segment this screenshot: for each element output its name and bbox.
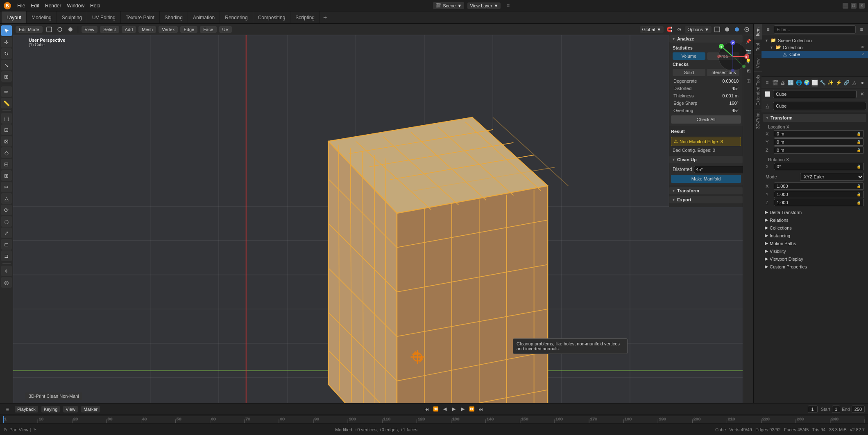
location-z-value[interactable]: 0 m 🔒 bbox=[774, 147, 864, 154]
navigation-gizmo[interactable]: X Y Z bbox=[716, 40, 749, 73]
side-tab-item[interactable]: Item bbox=[754, 24, 762, 39]
tab-scripting[interactable]: Scripting bbox=[290, 11, 320, 23]
step-forward-btn[interactable]: ▶ bbox=[459, 406, 467, 413]
vp-icon-3[interactable] bbox=[66, 25, 75, 34]
shrink-tool[interactable]: ⊏ bbox=[1, 239, 12, 250]
warp-tool[interactable]: ◎ bbox=[1, 277, 12, 288]
view-layer-selector[interactable]: View Layer ▼ bbox=[467, 2, 501, 9]
marker-btn[interactable]: Marker bbox=[81, 406, 100, 412]
maximize-button[interactable]: □ bbox=[851, 3, 857, 9]
cube-visibility-icon[interactable]: ✓ bbox=[861, 52, 865, 56]
start-frame[interactable]: 1 bbox=[832, 406, 840, 413]
prev-keyframe-btn[interactable]: ⏪ bbox=[432, 406, 440, 413]
close-button[interactable]: ✕ bbox=[859, 3, 865, 9]
filter-button[interactable]: ≡ bbox=[504, 2, 512, 10]
delta-transform-header[interactable]: ▶ Delta Transform bbox=[763, 209, 866, 216]
add-workspace-button[interactable]: + bbox=[320, 11, 330, 23]
display-solid[interactable] bbox=[723, 25, 731, 34]
cube-item[interactable]: △ Cube ✓ bbox=[761, 51, 868, 58]
menu-render[interactable]: Render bbox=[43, 2, 63, 9]
collections-header[interactable]: ▶ Collections bbox=[763, 224, 866, 231]
rotation-x-value[interactable]: 0° 🔒 bbox=[774, 163, 864, 170]
jump-start-btn[interactable]: ⏮ bbox=[423, 406, 431, 413]
scale-x-lock[interactable]: 🔒 bbox=[857, 184, 861, 188]
display-material[interactable] bbox=[733, 25, 741, 34]
data-tab[interactable]: △ bbox=[851, 79, 857, 87]
rotate-tool[interactable]: ↻ bbox=[1, 48, 12, 59]
rotation-x-lock[interactable]: 🔒 bbox=[857, 165, 861, 169]
shear-tool[interactable]: ⟡ bbox=[1, 266, 12, 276]
loop-cut-tool[interactable]: ⊟ bbox=[1, 159, 12, 169]
rotation-mode-select[interactable]: XYZ Euler bbox=[800, 173, 864, 181]
location-x-value[interactable]: 0 m 🔒 bbox=[774, 130, 864, 137]
offset-tool[interactable]: ⊞ bbox=[1, 170, 12, 181]
edge-menu[interactable]: Edge bbox=[180, 26, 197, 33]
tab-modeling[interactable]: Modeling bbox=[27, 11, 57, 23]
modifiers-tab[interactable]: 🔧 bbox=[820, 79, 826, 87]
volume-btn[interactable]: Volume bbox=[673, 52, 705, 60]
playback-btn[interactable]: Playback bbox=[15, 406, 38, 412]
visibility-header[interactable]: ▶ Visibility bbox=[763, 248, 866, 255]
scene-props-tab[interactable]: 🌐 bbox=[796, 79, 802, 87]
tab-compositing[interactable]: Compositing bbox=[253, 11, 291, 23]
scale-y-value[interactable]: 1.000 🔒 bbox=[774, 191, 864, 198]
prop-menu-icon[interactable]: ≡ bbox=[764, 79, 770, 87]
side-tab-view[interactable]: View bbox=[754, 55, 762, 72]
viewport-display-header[interactable]: ▶ Viewport Display bbox=[763, 255, 866, 262]
menu-help[interactable]: Help bbox=[88, 2, 103, 9]
scale-tool[interactable]: ⤡ bbox=[1, 60, 12, 70]
outliner-search-input[interactable] bbox=[774, 25, 856, 34]
side-tab-extended[interactable]: Extended Tools bbox=[754, 71, 762, 109]
poly-build-tool[interactable]: △ bbox=[1, 193, 12, 204]
uv-menu[interactable]: UV bbox=[219, 26, 232, 33]
cursor-tool[interactable] bbox=[1, 25, 12, 36]
inset-tool[interactable]: ⊠ bbox=[1, 136, 12, 147]
location-z-lock[interactable]: 🔒 bbox=[857, 148, 861, 152]
check-all-btn[interactable]: Check All bbox=[671, 115, 741, 124]
menu-edit[interactable]: Edit bbox=[28, 2, 42, 9]
view-menu[interactable]: View bbox=[82, 26, 98, 33]
vp-icon-2[interactable] bbox=[56, 25, 64, 34]
location-y-lock[interactable]: 🔒 bbox=[857, 140, 861, 144]
extrude-tool[interactable]: ⊡ bbox=[1, 124, 12, 135]
world-props-tab[interactable]: 🌍 bbox=[804, 79, 810, 87]
scale-z-value[interactable]: 1.000 🔒 bbox=[774, 199, 864, 206]
tab-rendering[interactable]: Rendering bbox=[220, 11, 253, 23]
outliner-menu-icon[interactable]: ≡ bbox=[764, 25, 772, 34]
cleanup-distorted-input[interactable] bbox=[694, 166, 743, 173]
next-keyframe-btn[interactable]: ⏩ bbox=[468, 406, 476, 413]
vp-icon-1[interactable] bbox=[45, 25, 53, 34]
xray-icon[interactable]: ◫ bbox=[744, 76, 753, 85]
timeline-menu-icon[interactable]: ≡ bbox=[3, 405, 11, 413]
object-name-input[interactable] bbox=[773, 90, 857, 98]
proportional-icon[interactable]: ⊙ bbox=[675, 25, 683, 34]
side-tab-tool[interactable]: Tool bbox=[754, 39, 762, 54]
scene-selector[interactable]: 🎬 Scene ▼ bbox=[433, 2, 464, 9]
scale-y-lock[interactable]: 🔒 bbox=[857, 192, 861, 196]
spin-tool[interactable]: ⟳ bbox=[1, 205, 12, 215]
current-frame[interactable]: 1 bbox=[808, 406, 818, 413]
menu-file[interactable]: File bbox=[15, 2, 27, 9]
tab-animation[interactable]: Animation bbox=[188, 11, 220, 23]
move-tool[interactable]: ✛ bbox=[1, 37, 12, 47]
measure-tool[interactable]: 📏 bbox=[1, 98, 12, 108]
tab-layout[interactable]: Layout bbox=[2, 11, 27, 23]
motion-paths-header[interactable]: ▶ Motion Paths bbox=[763, 240, 866, 247]
display-wire[interactable] bbox=[713, 25, 721, 34]
snap-icon[interactable]: 🧲 bbox=[665, 25, 673, 34]
outliner-filter-icon[interactable]: ≡ bbox=[857, 25, 866, 34]
mesh-menu[interactable]: Mesh bbox=[138, 26, 156, 33]
custom-properties-header[interactable]: ▶ Custom Properties bbox=[763, 263, 866, 270]
side-tab-3dprint[interactable]: 3D-Print bbox=[754, 109, 762, 132]
tab-texture-paint[interactable]: Texture Paint bbox=[121, 11, 160, 23]
tab-sculpting[interactable]: Sculpting bbox=[57, 11, 87, 23]
edge-slide-tool[interactable]: ⤢ bbox=[1, 228, 12, 238]
smooth-tool[interactable]: ◌ bbox=[1, 216, 12, 227]
scale-x-value[interactable]: 1.000 🔒 bbox=[774, 183, 864, 190]
physics-tab[interactable]: ⚡ bbox=[836, 79, 842, 87]
non-manifold-result-btn[interactable]: ⚠ Non Manifold Edge: 8 bbox=[671, 137, 741, 146]
minimize-button[interactable]: — bbox=[843, 3, 848, 9]
transform-section-header[interactable]: ▼ Transform bbox=[763, 114, 866, 122]
visibility-icon[interactable]: 👁 bbox=[861, 45, 865, 50]
end-frame[interactable]: 250 bbox=[852, 406, 865, 413]
